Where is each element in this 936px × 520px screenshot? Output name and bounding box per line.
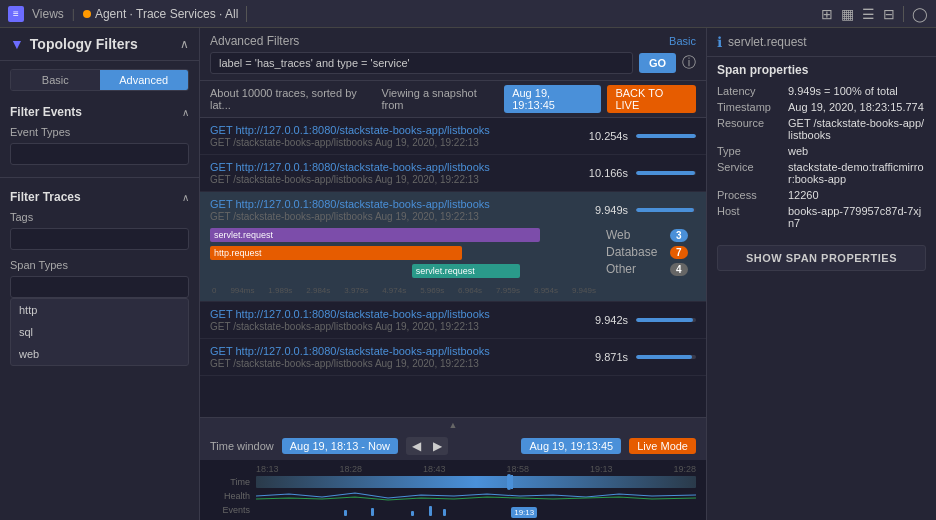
list-icon[interactable]: ☰	[862, 6, 875, 22]
sidebar: ▼ Topology Filters ∧ Basic Advanced Filt…	[0, 28, 200, 520]
trace-url: GET http://127.0.0.1:8080/stackstate-boo…	[210, 345, 490, 357]
trace-time: 9.942s	[578, 314, 628, 326]
prop-val: books-app-779957c87d-7xjn7	[788, 205, 926, 229]
info-icon: ℹ	[717, 34, 722, 50]
time-current[interactable]: Aug 19, 19:13:45	[521, 438, 621, 454]
live-mode-btn[interactable]: Live Mode	[629, 438, 696, 454]
trace-item-selected[interactable]: GET http://127.0.0.1:8080/stackstate-boo…	[200, 192, 706, 302]
bar-chart-icon[interactable]: ▦	[841, 6, 854, 22]
topbar-actions: ⊞ ▦ ☰ ⊟ ◯	[821, 6, 928, 22]
gantt-bar-servlet2: servlet.request	[412, 264, 521, 278]
trace-item[interactable]: GET http://127.0.0.1:8080/stackstate-boo…	[200, 155, 706, 192]
show-span-properties-btn[interactable]: SHOW SPAN PROPERTIES	[717, 245, 926, 271]
trace-bar	[636, 208, 696, 212]
filter-traces-section: Filter Traces ∧ Tags Span Types http sql…	[0, 184, 199, 304]
info-icon[interactable]: ⓘ	[682, 54, 696, 72]
collapse-btn[interactable]: ▲	[200, 418, 706, 432]
trace-time: 9.949s	[578, 204, 628, 216]
stat-db-value: 7	[670, 246, 688, 259]
timeline-events-label: Events	[210, 505, 250, 515]
prop-val: GET /stackstate-books-app/listbooks	[788, 117, 926, 141]
stat-db-label: Database	[606, 245, 666, 259]
user-icon[interactable]: ◯	[912, 6, 928, 22]
filter-events-collapse[interactable]: ∧	[182, 107, 189, 118]
filter-icon: ▼	[10, 36, 24, 52]
viewing-text: Viewing a snapshot from	[382, 87, 499, 111]
trace-url: GET http://127.0.0.1:8080/stackstate-boo…	[210, 308, 490, 320]
tab-basic[interactable]: Basic	[11, 70, 100, 90]
trace-bar	[636, 318, 696, 322]
prop-val: Aug 19, 2020, 18:23:15.774	[788, 101, 926, 113]
gantt-bar-servlet: servlet.request	[210, 228, 540, 242]
trace-item[interactable]: GET http://127.0.0.1:8080/stackstate-boo…	[200, 302, 706, 339]
filter-events-title: Filter Events	[10, 105, 82, 119]
span-types-container: http sql web	[10, 272, 189, 298]
trace-url: GET http://127.0.0.1:8080/stackstate-boo…	[210, 161, 490, 173]
prop-key: Service	[717, 161, 782, 185]
trace-bar	[636, 355, 696, 359]
timeline-chart: 18:13 18:28 18:43 18:58 19:13 19:28 Time	[200, 460, 706, 520]
trace-time: 10.166s	[578, 167, 628, 179]
stat-web-label: Web	[606, 228, 666, 242]
trace-item[interactable]: GET http://127.0.0.1:8080/stackstate-boo…	[200, 339, 706, 376]
trace-expand-body: servlet.request http.request servlet.req…	[210, 228, 696, 295]
snapshot-bar: About 10000 traces, sorted by lat... Vie…	[200, 81, 706, 118]
prop-timestamp: Timestamp Aug 19, 2020, 18:23:15.774	[717, 101, 926, 113]
span-type-web[interactable]: web	[11, 343, 188, 365]
go-button[interactable]: GO	[639, 53, 676, 73]
prop-key: Process	[717, 189, 782, 201]
trace-stats: Web 3 Database 7 Other 4	[606, 228, 696, 295]
timeline-time-label: Time	[210, 477, 250, 487]
app-icon: ≡	[8, 6, 24, 22]
prop-resource: Resource GET /stackstate-books-app/listb…	[717, 117, 926, 141]
prop-key: Timestamp	[717, 101, 782, 113]
trace-bar	[636, 171, 696, 175]
filter-traces-collapse[interactable]: ∧	[182, 192, 189, 203]
agent-breadcrumb: Agent · Trace Services · All	[83, 7, 238, 21]
time-window-range[interactable]: Aug 19, 18:13 - Now	[282, 438, 398, 454]
tab-advanced[interactable]: Advanced	[100, 70, 189, 90]
filter-icon[interactable]: ⊟	[883, 6, 895, 22]
span-type-sql[interactable]: sql	[11, 321, 188, 343]
advanced-filter-bar: Advanced Filters Traces Perspective SHIF…	[200, 28, 706, 81]
prop-process: Process 12260	[717, 189, 926, 201]
filter-input[interactable]	[210, 52, 633, 74]
traces-list: GET http://127.0.0.1:8080/stackstate-boo…	[200, 118, 706, 417]
prop-latency: Latency 9.949s = 100% of total	[717, 85, 926, 97]
agent-label: Agent · Trace Services · All	[95, 7, 238, 21]
prop-val: 12260	[788, 189, 926, 201]
sidebar-header: ▼ Topology Filters ∧	[0, 28, 199, 61]
prop-key: Latency	[717, 85, 782, 97]
gantt-chart: servlet.request http.request servlet.req…	[210, 228, 598, 284]
prop-type: Type web	[717, 145, 926, 157]
time-prev-btn[interactable]: ◀	[406, 437, 427, 455]
sidebar-tabs: Basic Advanced	[10, 69, 189, 91]
views-label[interactable]: Views	[32, 7, 64, 21]
span-type-http[interactable]: http	[11, 299, 188, 321]
prop-val: web	[788, 145, 926, 157]
sidebar-collapse-btn[interactable]: ∧	[180, 37, 189, 51]
basic-link[interactable]: Basic	[669, 35, 696, 47]
span-types-input[interactable]	[10, 276, 189, 298]
chart-icon[interactable]: ⊞	[821, 6, 833, 22]
tags-input[interactable]	[10, 228, 189, 250]
span-props-title: Span properties	[717, 63, 926, 77]
event-types-input[interactable]	[10, 143, 189, 165]
time-next-btn[interactable]: ▶	[427, 437, 448, 455]
stat-other-label: Other	[606, 262, 666, 276]
trace-url: GET http://127.0.0.1:8080/stackstate-boo…	[210, 198, 490, 210]
prop-key: Resource	[717, 117, 782, 141]
trace-sub: GET /stackstate-books-app/listbooks Aug …	[210, 137, 490, 148]
prop-key: Type	[717, 145, 782, 157]
trace-item[interactable]: GET http://127.0.0.1:8080/stackstate-boo…	[200, 118, 706, 155]
back-to-live-btn[interactable]: BACK TO LIVE	[607, 85, 696, 113]
time-nav: ◀ ▶	[406, 437, 448, 455]
time-window: ▲ Time window Aug 19, 18:13 - Now ◀ ▶ Au…	[200, 417, 706, 520]
trace-sub: GET /stackstate-books-app/listbooks Aug …	[210, 211, 490, 222]
span-properties: Span properties Latency 9.949s = 100% of…	[707, 57, 936, 239]
advanced-filters-label: Advanced Filters	[210, 34, 299, 48]
time-window-top: Time window Aug 19, 18:13 - Now ◀ ▶ Aug …	[200, 432, 706, 460]
span-types-label: Span Types	[10, 259, 68, 271]
trace-time: 9.871s	[578, 351, 628, 363]
sidebar-title: ▼ Topology Filters	[10, 36, 138, 52]
